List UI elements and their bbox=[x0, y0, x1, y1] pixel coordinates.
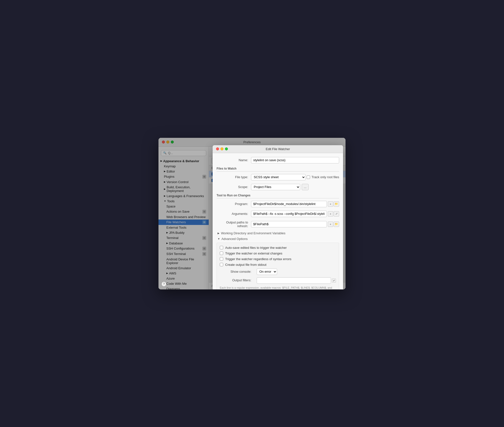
dialog-body: Name: Files to Watch File type: SCSS sty… bbox=[213, 153, 343, 289]
hint-text: Each line is a regular expression, avail… bbox=[220, 286, 336, 289]
advanced-arrow-icon: ▼ bbox=[218, 237, 220, 240]
show-console-row: Show console: On error Always Never bbox=[220, 269, 336, 275]
file-type-select[interactable]: SCSS style sheet bbox=[251, 174, 306, 180]
file-type-label: File type: bbox=[217, 175, 251, 179]
output-paths-actions: + 📁 bbox=[328, 221, 339, 227]
preferences-window: Preferences 🔍 ▶ Appearance & Behavior Ke… bbox=[158, 138, 346, 289]
check3-row: Trigger the watcher regardless of syntax… bbox=[220, 257, 336, 261]
edit-file-watcher-dialog: Edit File Watcher Name: Files to Watch F… bbox=[213, 145, 343, 289]
arguments-actions: + ⤢ bbox=[328, 211, 339, 217]
file-type-row: File type: SCSS style sheet Track only r… bbox=[217, 174, 339, 180]
output-paths-input[interactable] bbox=[251, 221, 327, 227]
program-browse-button[interactable]: 📁 bbox=[334, 201, 339, 207]
files-to-watch-section: Files to Watch bbox=[217, 167, 339, 172]
name-input[interactable] bbox=[251, 157, 339, 163]
output-paths-controls: + 📁 bbox=[251, 221, 339, 227]
check4-label: Create output file from stdout bbox=[225, 263, 267, 267]
check4-checkbox[interactable] bbox=[220, 263, 223, 266]
program-controls: + 📁 bbox=[251, 201, 339, 207]
program-add-button[interactable]: + bbox=[328, 201, 333, 207]
working-dir-arrow-icon: ▶ bbox=[218, 232, 220, 235]
advanced-options-content: Auto-save edited files to trigger the wa… bbox=[217, 243, 339, 289]
program-label: Program: bbox=[217, 202, 251, 206]
advanced-options-label: Advanced Options bbox=[221, 237, 248, 241]
arguments-expand-button[interactable]: ⤢ bbox=[334, 211, 339, 217]
check1-checkbox[interactable] bbox=[220, 246, 223, 249]
tool-section: Tool to Run on Changes bbox=[217, 194, 339, 198]
program-row: Program: + 📁 bbox=[217, 201, 339, 207]
name-label: Name: bbox=[217, 158, 251, 162]
output-filters-expand-button[interactable]: ⤢ bbox=[332, 279, 336, 283]
scope-label: Scope: bbox=[217, 185, 251, 189]
check3-label: Trigger the watcher regardless of syntax… bbox=[225, 257, 291, 261]
name-row: Name: bbox=[217, 157, 339, 163]
scope-select[interactable]: Project Files bbox=[251, 184, 300, 190]
track-root-label: Track only root files bbox=[312, 175, 339, 179]
check3-checkbox[interactable] bbox=[220, 257, 223, 261]
arguments-input[interactable] bbox=[251, 211, 327, 217]
output-add-button[interactable]: + bbox=[328, 221, 333, 227]
arguments-controls: + ⤢ bbox=[251, 211, 339, 217]
check1-label: Auto-save edited files to trigger the wa… bbox=[225, 246, 287, 250]
check4-row: Create output file from stdout bbox=[220, 263, 336, 267]
program-actions: + 📁 bbox=[328, 201, 339, 207]
output-filters-input[interactable] bbox=[257, 277, 331, 284]
show-console-label: Show console: bbox=[220, 270, 254, 273]
arguments-row: Arguments: + ⤢ bbox=[217, 211, 339, 217]
check2-label: Trigger the watcher on external changes bbox=[225, 252, 282, 255]
output-paths-row: Output paths to refresh: + 📁 bbox=[217, 221, 339, 228]
scope-more-button[interactable]: ... bbox=[302, 184, 309, 190]
output-browse-button[interactable]: 📁 bbox=[334, 221, 339, 227]
dialog-close-button[interactable] bbox=[216, 147, 219, 150]
file-type-controls: SCSS style sheet Track only root files bbox=[251, 174, 339, 180]
check1-row: Auto-save edited files to trigger the wa… bbox=[220, 246, 336, 250]
check2-checkbox[interactable] bbox=[220, 252, 223, 255]
dialog-titlebar: Edit File Watcher bbox=[213, 145, 343, 153]
dialog-maximize-button[interactable] bbox=[225, 147, 228, 150]
working-dir-row[interactable]: ▶ Working Directory and Environment Vari… bbox=[217, 231, 339, 235]
dialog-traffic-lights bbox=[216, 147, 228, 150]
working-dir-label: Working Directory and Environment Variab… bbox=[221, 231, 285, 235]
modal-overlay: Edit File Watcher Name: Files to Watch F… bbox=[158, 138, 346, 289]
output-filters-row: Output filters: ⤢ bbox=[220, 277, 336, 284]
arguments-label: Arguments: bbox=[217, 212, 251, 216]
scope-controls: Project Files ... bbox=[251, 184, 309, 190]
output-paths-label: Output paths to refresh: bbox=[217, 221, 251, 228]
advanced-options-row[interactable]: ▼ Advanced Options bbox=[217, 237, 339, 241]
arguments-add-button[interactable]: + bbox=[328, 211, 333, 217]
track-root-checkbox[interactable] bbox=[307, 175, 310, 179]
dialog-title: Edit File Watcher bbox=[266, 147, 290, 151]
check2-row: Trigger the watcher on external changes bbox=[220, 252, 336, 255]
program-input[interactable] bbox=[251, 201, 327, 207]
dialog-minimize-button[interactable] bbox=[220, 147, 223, 150]
output-filters-label: Output filters: bbox=[220, 277, 254, 282]
scope-row: Scope: Project Files ... bbox=[217, 184, 339, 190]
show-console-select[interactable]: On error Always Never bbox=[257, 269, 277, 275]
